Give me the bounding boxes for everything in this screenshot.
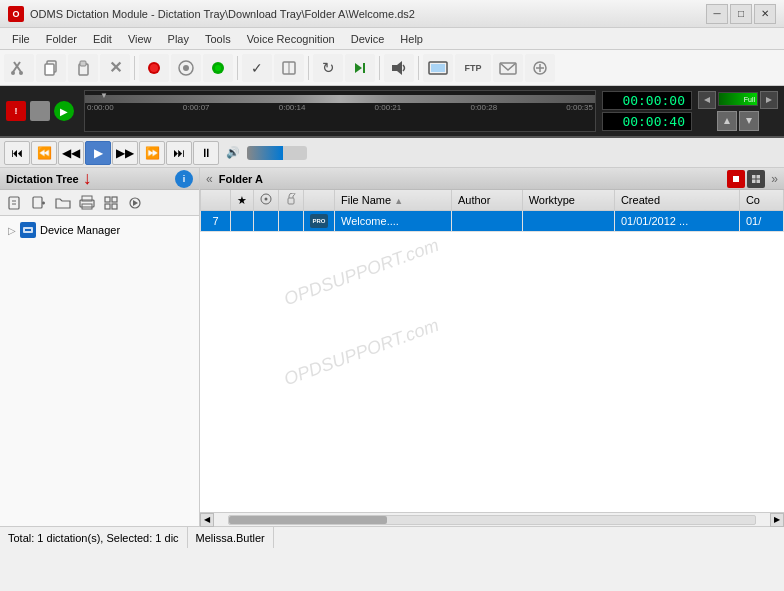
mail-button[interactable] (493, 54, 523, 82)
prev-button[interactable]: ⏪ (31, 141, 57, 165)
speed-right-btn[interactable] (760, 91, 778, 109)
scrollbar-thumb[interactable] (229, 516, 387, 524)
play-fwd-button[interactable] (345, 54, 375, 82)
tree-info-button[interactable]: i (175, 170, 193, 188)
copy-button[interactable] (36, 54, 66, 82)
menu-file[interactable]: File (4, 31, 38, 47)
tree-action-button[interactable] (124, 193, 146, 213)
horizontal-scrollbar[interactable]: ◀ ▶ (200, 512, 784, 526)
audio-green-btn[interactable]: ▶ (54, 101, 74, 121)
col-header-co[interactable]: Co (739, 190, 783, 211)
speed-bar: Full (718, 92, 758, 106)
menu-tools[interactable]: Tools (197, 31, 239, 47)
network-button[interactable] (423, 54, 453, 82)
app-icon: O (8, 6, 24, 22)
total-time-display: 00:00:40 (602, 112, 692, 131)
menu-help[interactable]: Help (392, 31, 431, 47)
file-list-wrapper[interactable]: ★ File Name ▲ Author Worktype Created Co (200, 190, 784, 512)
title-bar: O ODMS Dictation Module - Dictation Tray… (0, 0, 784, 28)
col-header-attr1[interactable] (279, 190, 304, 211)
cut-button[interactable] (4, 54, 34, 82)
red-arrow-icon: ↓ (83, 168, 92, 189)
col-header-filename[interactable]: File Name ▲ (335, 190, 452, 211)
menu-device[interactable]: Device (343, 31, 393, 47)
cell-star (231, 211, 254, 232)
scroll-right-btn[interactable]: ▶ (770, 513, 784, 527)
menu-voice-recognition[interactable]: Voice Recognition (239, 31, 343, 47)
tree-add-button[interactable] (28, 193, 50, 213)
position-indicator: ▼ (100, 91, 108, 100)
time-display-panel: 00:00:00 00:00:40 (602, 90, 692, 132)
tree-config-button[interactable] (100, 193, 122, 213)
device-manager-label: Device Manager (40, 224, 120, 236)
scroll-left-btn[interactable]: ◀ (200, 513, 214, 527)
window-title: ODMS Dictation Module - Dictation Tray\D… (30, 8, 706, 20)
menu-play[interactable]: Play (160, 31, 197, 47)
speed-up-btn[interactable] (717, 111, 737, 131)
rewind-button[interactable]: ◀◀ (58, 141, 84, 165)
left-panel: Dictation Tree ↓ i (0, 168, 200, 526)
green-record-button[interactable] (203, 54, 233, 82)
svg-rect-17 (363, 63, 365, 73)
col-header-comment[interactable] (254, 190, 279, 211)
folder-name: Folder A (219, 173, 722, 185)
delete-button[interactable]: ✕ (100, 54, 130, 82)
tree-item-device-manager[interactable]: ▷ Device Manager (4, 220, 195, 240)
volume-slider[interactable] (247, 146, 307, 160)
extra-button[interactable] (525, 54, 555, 82)
to-end-button[interactable]: ⏭ (166, 141, 192, 165)
collapse-right-icon[interactable]: » (771, 172, 778, 186)
maximize-button[interactable]: □ (730, 4, 752, 24)
next-mark-button[interactable]: ⏩ (139, 141, 165, 165)
col-header-created[interactable]: Created (614, 190, 739, 211)
book-button[interactable] (274, 54, 304, 82)
tree-new-button[interactable] (4, 193, 26, 213)
play-button[interactable]: ▶ (85, 141, 111, 165)
close-button[interactable]: ✕ (754, 4, 776, 24)
folder-stop-btn[interactable] (727, 170, 745, 188)
col-header-worktype[interactable]: Worktype (522, 190, 614, 211)
speed-control: Full (698, 90, 778, 132)
pause-button[interactable]: ⏸ (193, 141, 219, 165)
col-header-num[interactable] (201, 190, 231, 211)
playback-toolbar: ⏮ ⏪ ◀◀ ▶ ▶▶ ⏩ ⏭ ⏸ 🔊 (0, 138, 784, 168)
tree-content: ▷ Device Manager (0, 216, 199, 526)
svg-rect-30 (9, 197, 19, 209)
stop-button[interactable] (171, 54, 201, 82)
record-button[interactable] (139, 54, 169, 82)
menu-view[interactable]: View (120, 31, 160, 47)
table-row[interactable]: 7 PRO Welcome.... 01/01/2012 ... 01/ (201, 211, 784, 232)
speaker-button[interactable] (384, 54, 414, 82)
folder-config-btn[interactable] (747, 170, 765, 188)
svg-rect-46 (25, 229, 31, 231)
watermark-area: OPDSUPPORT.com OPDSUPPORT.com (200, 232, 784, 432)
status-user: Melissa.Butler (188, 527, 274, 548)
svg-rect-21 (431, 64, 445, 72)
tree-print-button[interactable] (76, 193, 98, 213)
scrollbar-track[interactable] (228, 515, 756, 525)
speed-left-btn[interactable] (698, 91, 716, 109)
cell-author (451, 211, 522, 232)
col-header-star[interactable]: ★ (231, 190, 254, 211)
refresh-button[interactable]: ↻ (313, 54, 343, 82)
menu-edit[interactable]: Edit (85, 31, 120, 47)
cell-worktype (522, 211, 614, 232)
toolbar-separator-4 (379, 56, 380, 80)
check-button[interactable]: ✓ (242, 54, 272, 82)
collapse-left-icon[interactable]: « (206, 172, 213, 186)
minimize-button[interactable]: ─ (706, 4, 728, 24)
svg-marker-26 (704, 97, 710, 103)
tree-folder-button[interactable] (52, 193, 74, 213)
col-header-author[interactable]: Author (451, 190, 522, 211)
fast-fwd-button[interactable]: ▶▶ (112, 141, 138, 165)
menu-folder[interactable]: Folder (38, 31, 85, 47)
svg-point-3 (19, 71, 23, 75)
status-right (274, 527, 784, 548)
ftp-button[interactable]: FTP (455, 54, 491, 82)
status-user-text: Melissa.Butler (196, 532, 265, 544)
to-start-button[interactable]: ⏮ (4, 141, 30, 165)
svg-rect-18 (392, 65, 397, 71)
audio-icon: ! (6, 101, 26, 121)
paste-button[interactable] (68, 54, 98, 82)
speed-down-btn[interactable] (739, 111, 759, 131)
